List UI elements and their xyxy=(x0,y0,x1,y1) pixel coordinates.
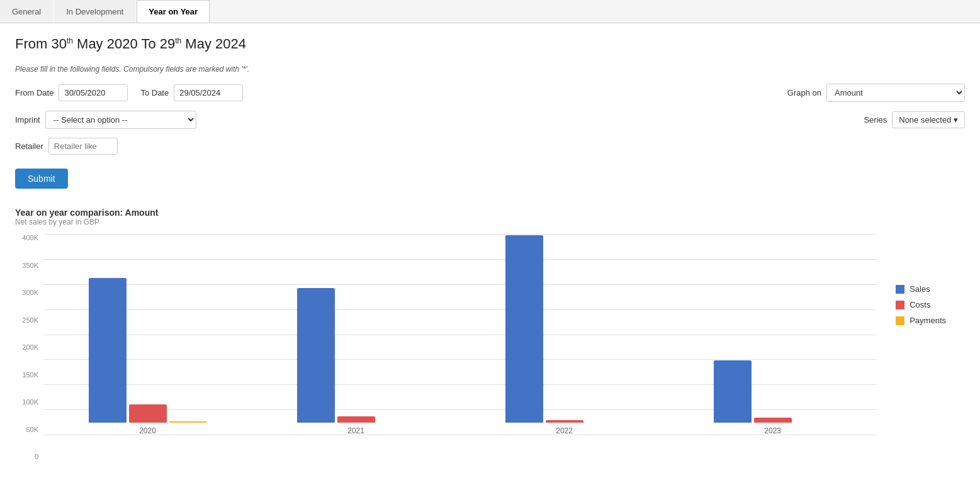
retailer-input[interactable] xyxy=(48,138,118,155)
tab-general[interactable]: General xyxy=(0,0,53,23)
series-label: Series xyxy=(864,115,887,125)
y-label-50k: 50K xyxy=(15,426,38,433)
to-date-group: To Date xyxy=(140,84,243,101)
bar-2020-sales xyxy=(89,278,127,423)
main-content: From 30th May 2020 To 29th May 2024 Plea… xyxy=(0,23,980,473)
year-group-2022: 2022 xyxy=(505,235,624,435)
from-date-input[interactable] xyxy=(59,84,128,101)
year-group-2021: 2021 xyxy=(297,288,415,435)
bars-2020 xyxy=(89,278,207,423)
bar-2021-sales xyxy=(297,288,335,423)
bars-container: 2020 2021 xyxy=(43,234,877,460)
right-controls: Graph on Amount Quantity xyxy=(787,84,965,102)
chart-title: Year on year comparison: Amount xyxy=(15,208,965,218)
bar-2023-costs xyxy=(754,418,792,423)
graph-on-select[interactable]: Amount Quantity xyxy=(826,84,965,102)
retailer-label: Retailer xyxy=(15,142,43,151)
graph-on-group: Graph on Amount Quantity xyxy=(787,84,965,102)
to-date-input[interactable] xyxy=(174,84,243,101)
imprint-group: Imprint -- Select an option -- xyxy=(15,111,196,129)
legend-sales: Sales xyxy=(896,284,946,294)
bars-2022 xyxy=(505,235,624,423)
legend-payments: Payments xyxy=(896,316,946,325)
year-label-2023: 2023 xyxy=(764,426,781,435)
submit-button[interactable]: Submit xyxy=(15,169,68,189)
series-value: None selected xyxy=(899,115,951,125)
legend-payments-dot xyxy=(896,316,904,325)
y-label-200k: 200K xyxy=(15,343,38,351)
y-label-100k: 100K xyxy=(15,398,38,406)
from-date-label: From Date xyxy=(15,88,54,97)
legend: Sales Costs Payments xyxy=(877,272,965,338)
date-range-title: From 30th May 2020 To 29th May 2024 xyxy=(15,36,965,52)
series-group: Series None selected ▾ xyxy=(864,111,965,128)
y-label-400k: 400K xyxy=(15,234,38,242)
y-label-250k: 250K xyxy=(15,316,38,324)
y-label-0: 0 xyxy=(15,453,38,460)
year-label-2022: 2022 xyxy=(556,426,573,435)
imprint-select[interactable]: -- Select an option -- xyxy=(45,111,196,129)
legend-costs-label: Costs xyxy=(910,300,930,309)
year-groups: 2020 2021 xyxy=(43,234,877,435)
year-label-2021: 2021 xyxy=(347,426,364,435)
tab-in-development[interactable]: In Development xyxy=(54,0,135,23)
bar-2020-costs xyxy=(129,404,167,423)
y-label-300k: 300K xyxy=(15,289,38,296)
series-controls: Series None selected ▾ xyxy=(864,111,965,128)
chart-container: 0 50K 100K 150K 200K 250K 300K 350K 400K xyxy=(15,234,965,460)
chart-section: Year on year comparison: Amount Net sale… xyxy=(15,208,965,460)
bars-2021 xyxy=(297,288,415,423)
bar-2022-sales xyxy=(505,235,543,423)
y-axis: 0 50K 100K 150K 200K 250K 300K 350K 400K xyxy=(15,234,43,460)
bar-2021-costs xyxy=(337,416,375,423)
legend-costs: Costs xyxy=(896,300,946,309)
legend-sales-dot xyxy=(896,285,904,294)
legend-payments-label: Payments xyxy=(910,316,946,325)
bar-2023-sales xyxy=(714,360,752,423)
form-notice: Please fill in the following fields. Com… xyxy=(15,65,965,74)
to-date-label: To Date xyxy=(140,88,169,97)
series-multiselect-button[interactable]: None selected ▾ xyxy=(892,111,965,128)
graph-on-label: Graph on xyxy=(787,88,821,97)
tab-bar: General In Development Year on Year xyxy=(0,0,980,23)
imprint-label: Imprint xyxy=(15,115,40,125)
y-label-350k: 350K xyxy=(15,262,38,269)
year-label-2020: 2020 xyxy=(139,426,156,435)
tab-year-on-year[interactable]: Year on Year xyxy=(137,0,210,23)
legend-costs-dot xyxy=(896,301,904,309)
imprint-row: Imprint -- Select an option -- Series No… xyxy=(15,111,965,129)
y-label-150k: 150K xyxy=(15,371,38,379)
retailer-row: Retailer xyxy=(15,138,965,155)
chart-subtitle: Net sales by year in GBP xyxy=(15,218,965,226)
bar-2022-costs xyxy=(546,420,583,423)
year-group-2020: 2020 xyxy=(89,278,207,435)
bar-2020-payments xyxy=(169,421,207,423)
year-group-2023: 2023 xyxy=(714,360,832,435)
bars-2023 xyxy=(714,360,832,423)
legend-sales-label: Sales xyxy=(910,284,930,294)
from-date-group: From Date xyxy=(15,84,128,101)
retailer-group: Retailer xyxy=(15,138,118,155)
date-row: From Date To Date Graph on Amount Quanti… xyxy=(15,84,965,102)
